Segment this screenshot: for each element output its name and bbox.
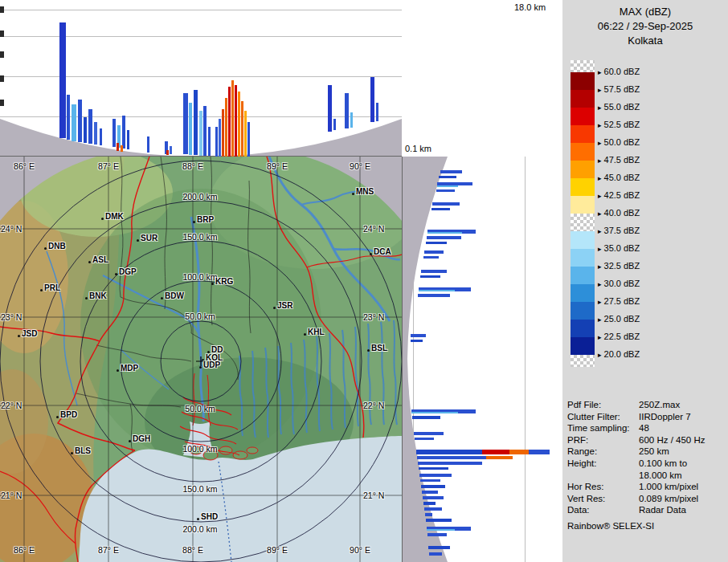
metadata-row: PRF:600 Hz / 450 Hz [567, 434, 726, 446]
tick-arrow-icon: ▸ [598, 263, 602, 271]
radar-display-window: 18.0 km 0.1 km [0, 0, 728, 562]
dbz-scale-block [571, 214, 595, 231]
dbz-scale-block [571, 355, 595, 367]
dbz-scale-label: ▸27.5 dBZ [598, 296, 640, 306]
station-name: Kolkata [562, 35, 728, 47]
tick-arrow-icon: ▸ [598, 139, 602, 147]
metadata-row: Hor Res:1.000 km/pixel [567, 481, 726, 493]
dbz-scale-block [571, 320, 595, 337]
tick-arrow-icon: ▸ [598, 157, 602, 165]
dbz-scale-block [571, 249, 595, 267]
dbz-scale-label: ▸32.5 dBZ [598, 261, 640, 271]
metadata-label [567, 470, 639, 482]
metadata-value: 1.000 km/pixel [639, 481, 726, 493]
dbz-scale-block [571, 196, 595, 214]
tick-arrow-icon: ▸ [598, 86, 602, 94]
metadata-label: Range: [567, 446, 639, 458]
dbz-scale-label: ▸60.0 dBZ [598, 67, 640, 76]
metadata-row: Pdf File:250Z.max [567, 399, 726, 411]
dbz-color-scale [571, 60, 595, 367]
map-geography [0, 157, 402, 562]
dbz-scale-label: ▸52.5 dBZ [598, 120, 640, 129]
product-datetime: 06:22 / 29-Sep-2025 [562, 20, 728, 32]
dbz-scale-label: ▸37.5 dBZ [598, 226, 640, 235]
dbz-scale-label: ▸22.5 dBZ [598, 332, 640, 341]
metadata-label: Pdf File: [567, 399, 639, 411]
dbz-scale-label: ▸47.5 dBZ [598, 155, 640, 165]
dbz-scale-block [571, 108, 595, 125]
dbz-scale-block [571, 231, 595, 249]
legend-panel: MAX (dBZ) 06:22 / 29-Sep-2025 Kolkata ▸6… [562, 0, 728, 562]
tick-arrow-icon: ▸ [598, 192, 602, 200]
metadata-value: Radar Data [639, 504, 726, 516]
metadata-label: Time sampling: [567, 422, 639, 434]
metadata-value: 0.089 km/pixel [639, 493, 726, 505]
dbz-scale-block [571, 143, 595, 161]
metadata-value: 600 Hz / 450 Hz [639, 434, 726, 446]
tick-arrow-icon: ▸ [598, 210, 602, 218]
yz-blindzone-shape [403, 157, 563, 562]
metadata-value: 48 [639, 422, 726, 434]
dbz-scale-block [571, 90, 595, 108]
tick-arrow-icon: ▸ [598, 104, 602, 112]
dbz-scale-block [571, 125, 595, 143]
dbz-scale-block [571, 267, 595, 284]
height-axis-max-label: 18.0 km [514, 2, 546, 12]
tick-arrow-icon: ▸ [598, 298, 602, 306]
metadata-label: Height: [567, 458, 639, 470]
metadata-row: Data:Radar Data [567, 504, 726, 516]
map-panel: 86° E86° E87° E87° E88° E88° E89° E89° E… [0, 157, 402, 562]
dbz-scale-label: ▸35.0 dBZ [598, 243, 640, 253]
dbz-scale-label: ▸57.5 dBZ [598, 84, 640, 94]
dbz-scale-label: ▸45.0 dBZ [598, 173, 640, 182]
dbz-scale-label: ▸50.0 dBZ [598, 137, 640, 147]
metadata-label: Clutter Filter: [567, 411, 639, 423]
dbz-scale-label: ▸25.0 dBZ [598, 314, 640, 324]
tick-arrow-icon: ▸ [598, 245, 602, 253]
metadata-value: 250 km [639, 446, 726, 458]
metadata-row: 18.000 km [567, 470, 726, 482]
height-axis-min-label: 0.1 km [405, 144, 431, 153]
dbz-scale-block [571, 60, 595, 72]
metadata-value: 250Z.max [639, 399, 726, 411]
metadata-row: Range:250 km [567, 446, 726, 458]
tick-arrow-icon: ▸ [598, 280, 602, 288]
dbz-scale-block [571, 161, 595, 178]
dbz-scale-label: ▸30.0 dBZ [598, 279, 640, 288]
xz-profile-panel [0, 0, 402, 157]
metadata-label: PRF: [567, 434, 639, 446]
tick-arrow-icon: ▸ [598, 121, 602, 129]
tick-arrow-icon: ▸ [598, 68, 602, 76]
dbz-scale-label: ▸55.0 dBZ [598, 102, 640, 112]
dbz-scale-label: ▸40.0 dBZ [598, 208, 640, 218]
xz-blindzone-shape [0, 0, 402, 156]
yz-profile-panel [402, 157, 563, 562]
software-credit: Rainbow® SELEX-SI [567, 521, 654, 531]
metadata-value: IIRDoppler 7 [639, 411, 726, 423]
dbz-scale-block [571, 337, 595, 355]
tick-arrow-icon: ▸ [598, 333, 602, 341]
dbz-scale-block [571, 72, 595, 90]
dbz-scale-block [571, 302, 595, 320]
metadata-row: Time sampling:48 [567, 422, 726, 434]
dbz-scale-label: ▸20.0 dBZ [598, 349, 640, 359]
metadata-value: 18.000 km [639, 470, 726, 482]
dbz-scale-block [571, 284, 595, 302]
metadata-row: Clutter Filter:IIRDoppler 7 [567, 411, 726, 423]
tick-arrow-icon: ▸ [598, 351, 602, 359]
metadata-value: 0.100 km to [639, 458, 726, 470]
dbz-scale-block [571, 178, 595, 196]
metadata-row: Height:0.100 km to [567, 458, 726, 470]
tick-arrow-icon: ▸ [598, 316, 602, 324]
metadata-block: Pdf File:250Z.maxClutter Filter:IIRDoppl… [567, 399, 726, 516]
tick-arrow-icon: ▸ [598, 227, 602, 235]
metadata-label: Hor Res: [567, 481, 639, 493]
metadata-label: Data: [567, 504, 639, 516]
dbz-scale-label: ▸42.5 dBZ [598, 190, 640, 200]
metadata-label: Vert Res: [567, 493, 639, 505]
metadata-row: Vert Res:0.089 km/pixel [567, 493, 726, 505]
product-title: MAX (dBZ) [562, 6, 728, 18]
tick-arrow-icon: ▸ [598, 174, 602, 182]
